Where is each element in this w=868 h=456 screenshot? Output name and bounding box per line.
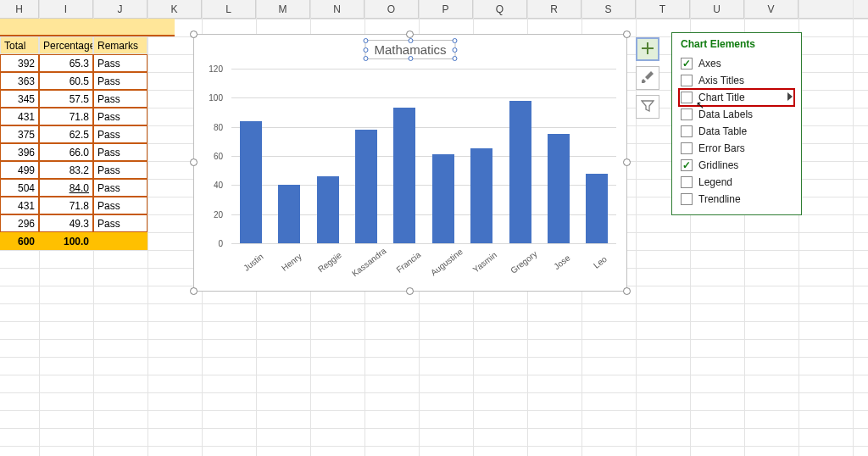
resize-handle[interactable] [190,287,198,295]
title-handle[interactable] [408,38,413,43]
resize-handle[interactable] [623,158,631,166]
chart-styles-button[interactable] [636,66,659,90]
column-header[interactable]: M [256,0,310,18]
table-header-cell[interactable]: Remarks [93,36,147,54]
resize-handle[interactable] [623,31,631,38]
cell-total[interactable]: 431 [0,108,39,125]
table-row[interactable]: 29649.3Pass [0,214,175,232]
checkbox-icon[interactable] [681,159,693,171]
flyout-item-error-bars[interactable]: Error Bars [679,140,794,157]
column-header[interactable]: K [147,0,202,18]
title-handle[interactable] [363,47,368,53]
table-row[interactable]: 43171.8Pass [0,108,175,125]
column-header[interactable]: T [636,0,690,18]
title-handle[interactable] [453,38,458,43]
cell-remark[interactable]: Pass [93,72,147,90]
cell-total[interactable]: 431 [0,197,39,214]
column-header[interactable]: R [527,0,581,18]
cell-total[interactable]: 363 [0,72,39,90]
column-header[interactable]: S [581,0,636,18]
table-row[interactable]: 37562.5Pass [0,125,175,143]
cell-total[interactable]: 499 [0,161,39,179]
table-header-cell[interactable]: Total [0,36,39,54]
bar[interactable] [586,174,608,243]
chart-object[interactable]: Mathamatics 020406080100120 JustinHenryR… [193,34,627,292]
table-row[interactable]: 39265.3Pass [0,54,175,72]
cell-remark[interactable]: Pass [93,214,147,232]
cell-total[interactable]: 504 [0,179,39,197]
footer-cell[interactable]: 100.0 [39,232,93,250]
title-handle[interactable] [363,38,368,43]
cell-remark[interactable]: Pass [93,90,147,108]
chart-title[interactable]: Mathamatics [364,40,455,59]
bar[interactable] [548,134,570,243]
table-row[interactable]: 43171.8Pass [0,197,175,214]
cell-remark[interactable]: Pass [93,161,147,179]
bar[interactable] [355,130,377,243]
cell-total[interactable]: 345 [0,90,39,108]
column-header[interactable]: P [419,0,473,18]
footer-cell[interactable]: 600 [0,232,39,250]
cell-pct[interactable]: 57.5 [39,90,93,108]
table-row[interactable]: 34557.5Pass [0,90,175,108]
bar[interactable] [470,148,492,243]
flyout-item-gridlines[interactable]: Gridlines [679,157,794,174]
column-header[interactable]: Q [473,0,527,18]
bar[interactable] [278,185,300,243]
flyout-item-data-table[interactable]: Data Table [679,123,794,140]
cell-pct[interactable]: 62.5 [39,125,93,143]
bar[interactable] [317,176,339,243]
cell-remark[interactable]: Pass [93,143,147,161]
flyout-item-data-labels[interactable]: Data Labels [679,106,794,123]
cell-pct[interactable]: 65.3 [39,54,93,72]
cell-pct[interactable]: 71.8 [39,197,93,214]
column-header[interactable]: L [202,0,256,18]
flyout-item-axis-titles[interactable]: Axis Titles [679,72,794,89]
cell-total[interactable]: 396 [0,143,39,161]
checkbox-icon[interactable] [681,125,693,137]
title-handle[interactable] [453,56,458,61]
checkbox-icon[interactable] [681,176,693,188]
bar[interactable] [240,121,262,243]
flyout-item-chart-title[interactable]: Chart Title↖ [679,89,794,106]
column-header[interactable]: N [310,0,364,18]
checkbox-icon[interactable] [681,142,693,154]
checkbox-icon[interactable] [681,193,693,205]
chart-elements-button[interactable] [636,37,659,61]
cell-pct[interactable]: 71.8 [39,108,93,125]
title-handle[interactable] [363,56,368,61]
column-header[interactable]: I [39,0,93,18]
cell-pct[interactable]: 66.0 [39,143,93,161]
table-row[interactable]: 49983.2Pass [0,161,175,179]
chart-elements-flyout[interactable]: Chart Elements AxesAxis TitlesChart Titl… [671,32,802,215]
bar[interactable] [393,108,415,243]
table-row[interactable]: 39666.0Pass [0,143,175,161]
cell-remark[interactable]: Pass [93,108,147,125]
cell-total[interactable]: 375 [0,125,39,143]
bar[interactable] [509,101,531,243]
resize-handle[interactable] [190,31,198,38]
column-header[interactable]: H [0,0,39,18]
cell-total[interactable]: 296 [0,214,39,232]
checkbox-icon[interactable] [681,75,693,86]
cell-remark[interactable]: Pass [93,54,147,72]
cell-pct[interactable]: 84.0 [39,179,93,197]
chart-filter-button[interactable] [636,95,659,119]
checkbox-icon[interactable] [681,92,693,103]
cell-remark[interactable]: Pass [93,179,147,197]
cell-remark[interactable]: Pass [93,125,147,143]
title-handle[interactable] [408,56,413,61]
table-header-cell[interactable]: Percentage [39,36,93,54]
bar[interactable] [432,154,454,243]
cell-pct[interactable]: 83.2 [39,161,93,179]
cell-pct[interactable]: 49.3 [39,214,93,232]
column-header[interactable]: U [690,0,744,18]
resize-handle[interactable] [406,31,414,38]
title-handle[interactable] [453,47,458,53]
cell-remark[interactable]: Pass [93,197,147,214]
chevron-right-icon[interactable] [787,92,793,101]
footer-cell[interactable] [93,232,147,250]
cell-pct[interactable]: 60.5 [39,72,93,90]
table-row[interactable]: 50484.0Pass [0,179,175,197]
flyout-item-legend[interactable]: Legend [679,174,794,191]
